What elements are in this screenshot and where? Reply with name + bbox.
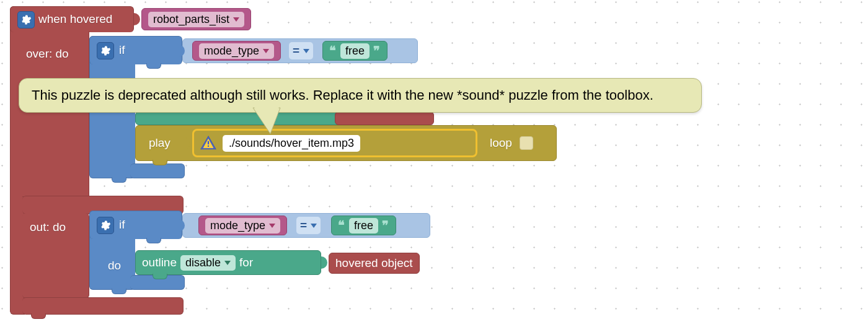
- quote-open-icon: ❝: [329, 43, 337, 58]
- block-notch: [146, 238, 161, 243]
- loop-label: loop: [490, 136, 512, 150]
- compare-op-2[interactable]: =: [296, 217, 321, 234]
- chevron-down-icon: [269, 224, 275, 228]
- if-label: if: [119, 43, 125, 57]
- outline-mode-dropdown[interactable]: disable: [180, 255, 236, 271]
- event-bottom: [22, 297, 184, 315]
- hidden-block-under-tooltip-2[interactable]: [335, 111, 434, 125]
- block-notch: [153, 160, 167, 165]
- svg-rect-2: [208, 141, 209, 144]
- hovered-object-label: hovered object: [335, 256, 413, 270]
- gear-icon[interactable]: [97, 42, 114, 59]
- svg-rect-3: [208, 146, 209, 147]
- dropdown-mode-type-2[interactable]: mode_type: [205, 218, 280, 233]
- svg-marker-4: [253, 108, 280, 134]
- do-label-2: do: [108, 259, 121, 272]
- var-robot-parts-list[interactable]: robot_parts_list: [141, 8, 251, 30]
- outline-label: outline: [142, 256, 177, 269]
- if-block-bottom: [130, 164, 185, 178]
- var-name: mode_type: [210, 219, 265, 232]
- over-do-label: over: do: [26, 47, 69, 61]
- string-value[interactable]: free: [349, 218, 378, 233]
- block-notch: [31, 313, 46, 319]
- block-notch: [153, 274, 167, 279]
- quote-open-icon: ❝: [338, 218, 345, 233]
- string-literal-free-2[interactable]: ❝ free ❞: [331, 216, 396, 235]
- var-name: robot_parts_list: [153, 13, 229, 26]
- compare-op[interactable]: =: [289, 42, 313, 59]
- when-hovered-label: when hovered: [38, 12, 112, 26]
- chevron-down-icon: [263, 49, 269, 53]
- block-notch: [112, 177, 126, 183]
- out-do-label: out: do: [30, 220, 66, 234]
- gear-icon[interactable]: [17, 11, 35, 28]
- quote-close-icon: ❞: [382, 218, 389, 233]
- chevron-down-icon: [311, 224, 317, 228]
- block-notch: [112, 289, 126, 294]
- sound-path-field[interactable]: ./sounds/hover_item.mp3: [223, 135, 360, 152]
- chevron-down-icon: [233, 17, 239, 22]
- puzzle-connector: [321, 256, 327, 269]
- var-mode-type[interactable]: mode_type: [192, 41, 281, 61]
- warning-icon[interactable]: [200, 135, 216, 151]
- dropdown-robot-parts[interactable]: robot_parts_list: [148, 12, 244, 27]
- tooltip-text: This puzzle is deprecated although still…: [32, 87, 653, 103]
- hovered-object-block[interactable]: hovered object: [329, 253, 420, 274]
- chevron-down-icon: [303, 49, 309, 53]
- deprecation-tooltip: This puzzle is deprecated although still…: [19, 78, 702, 113]
- for-label: for: [239, 256, 253, 269]
- op-label: =: [300, 219, 307, 232]
- string-value[interactable]: free: [340, 43, 370, 59]
- play-arg[interactable]: ./sounds/hover_item.mp3: [192, 129, 477, 157]
- dropdown-mode-type[interactable]: mode_type: [199, 43, 274, 59]
- tooltip-tail-icon: [248, 107, 291, 137]
- block-notch: [146, 63, 161, 69]
- play-label: play: [149, 136, 170, 150]
- svg-marker-5: [254, 107, 279, 109]
- var-name: mode_type: [204, 45, 259, 58]
- puzzle-connector: [134, 13, 140, 25]
- outline-block[interactable]: outline disable for: [135, 250, 321, 275]
- chevron-down-icon: [224, 261, 231, 265]
- string-literal-free[interactable]: ❝ free ❞: [322, 41, 388, 61]
- var-mode-type-2[interactable]: mode_type: [198, 216, 287, 235]
- gear-icon[interactable]: [97, 217, 114, 234]
- loop-checkbox[interactable]: [520, 136, 533, 150]
- quote-close-icon: ❞: [373, 43, 381, 58]
- op-label: =: [293, 44, 299, 58]
- if-label-2: if: [119, 218, 125, 232]
